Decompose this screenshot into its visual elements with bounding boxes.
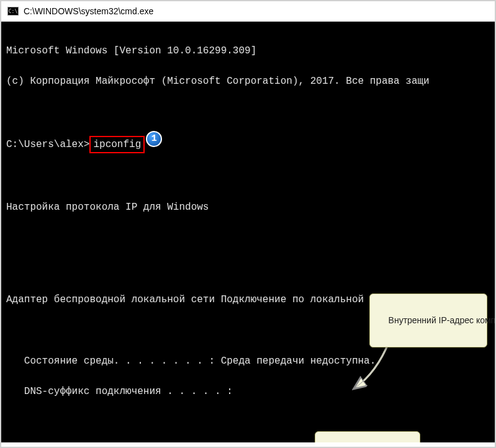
callout-internal-ip-text: Внутренний IP-адрес компьютера — [389, 315, 495, 325]
callout-internal-ip: Внутренний IP-адрес компьютера — [369, 293, 487, 347]
prompt-text: C:\Users\alex> — [6, 139, 89, 150]
callout-router-ip: IP-адрес роутера — [315, 431, 420, 442]
command-text: ipconfig — [93, 139, 141, 150]
adapter-1-dns-suffix: DNS-суффикс подключения . . . . . : — [6, 384, 490, 400]
terminal-output: Microsoft Windows [Version 10.0.16299.30… — [1, 22, 495, 442]
window-titlebar: C:\ C:\WINDOWS\system32\cmd.exe — [1, 1, 495, 22]
window-title: C:\WINDOWS\system32\cmd.exe — [24, 6, 153, 16]
adapter-1-media-state: Состояние среды. . . . . . . . : Среда п… — [6, 354, 490, 369]
prompt-line: C:\Users\alex>ipconfig1 — [6, 136, 490, 154]
copyright-line: (c) Корпорация Майкрософт (Microsoft Cor… — [6, 74, 490, 89]
version-line: Microsoft Windows [Version 10.0.16299.30… — [6, 43, 490, 59]
annotation-badge-1: 1 — [146, 131, 162, 147]
command-highlight-box: ipconfig1 — [89, 136, 145, 154]
cmd-icon: C:\ — [7, 7, 19, 16]
ipconfig-heading: Настройка протокола IP для Windows — [6, 200, 490, 215]
